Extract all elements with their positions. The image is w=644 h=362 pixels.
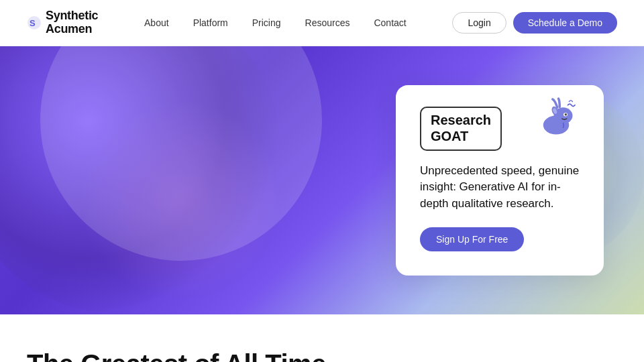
login-button[interactable]: Login xyxy=(452,12,506,34)
signup-button[interactable]: Sign Up For Free xyxy=(420,227,524,251)
schedule-demo-button[interactable]: Schedule a Demo xyxy=(513,12,617,34)
hero-card: Research GOAT xyxy=(396,85,604,276)
nav-actions: Login Schedule a Demo xyxy=(452,12,617,34)
svg-point-7 xyxy=(565,113,568,116)
nav-resources[interactable]: Resources xyxy=(305,17,350,28)
hero-section: Research GOAT xyxy=(0,46,644,314)
logo-icon: S xyxy=(27,15,42,30)
badge-line2: GOAT xyxy=(431,128,491,144)
nav-platform[interactable]: Platform xyxy=(193,17,228,28)
goat-mascot-icon xyxy=(533,95,580,141)
svg-point-8 xyxy=(566,113,566,114)
badge-line1: Research xyxy=(431,112,491,128)
nav-contact[interactable]: Contact xyxy=(374,17,406,28)
below-fold-section: The Greatest of All Time Our generative … xyxy=(0,314,644,362)
nav-about[interactable]: About xyxy=(144,17,169,28)
nav-links: About Platform Pricing Resources Contact xyxy=(144,17,407,28)
below-fold-heading: The Greatest of All Time xyxy=(27,349,617,362)
nav-pricing[interactable]: Pricing xyxy=(252,17,281,28)
research-goat-badge: Research GOAT xyxy=(420,107,502,151)
navigation: S Synthetic Acumen About Platform Pricin… xyxy=(0,0,644,46)
card-badge-row: Research GOAT xyxy=(420,107,580,151)
logo-text: Synthetic Acumen xyxy=(46,9,98,36)
svg-text:S: S xyxy=(30,18,36,28)
logo[interactable]: S Synthetic Acumen xyxy=(27,9,98,36)
card-description: Unprecedented speed, genuine insight: Ge… xyxy=(420,163,580,213)
